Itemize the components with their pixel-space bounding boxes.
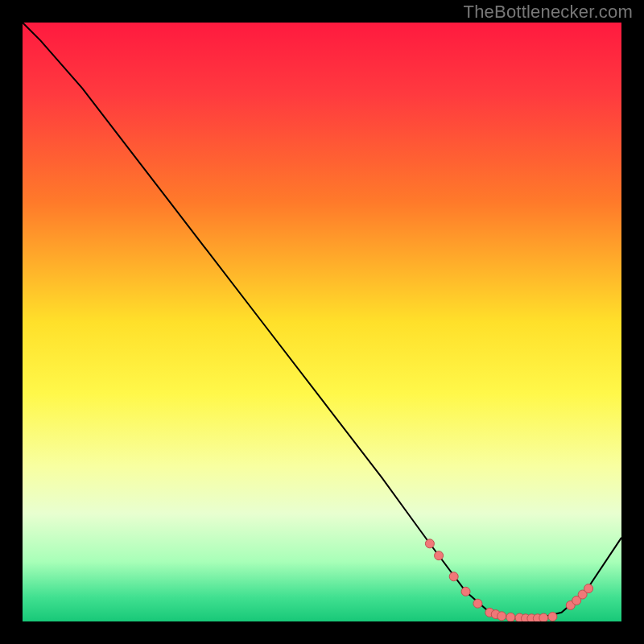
data-dot [506, 613, 515, 621]
gradient-background [23, 23, 621, 621]
plot-area [23, 23, 621, 621]
chart-frame: TheBottlenecker.com [0, 0, 644, 644]
data-dot [425, 539, 434, 548]
data-dot [461, 587, 470, 596]
data-dot [548, 613, 557, 621]
data-dot [435, 551, 444, 560]
data-dot [449, 572, 458, 581]
attribution-text: TheBottlenecker.com [464, 2, 633, 23]
chart-svg [23, 23, 621, 621]
data-dot [584, 584, 593, 593]
data-dot [497, 612, 506, 621]
data-dot [473, 599, 482, 608]
data-dot [539, 613, 548, 621]
